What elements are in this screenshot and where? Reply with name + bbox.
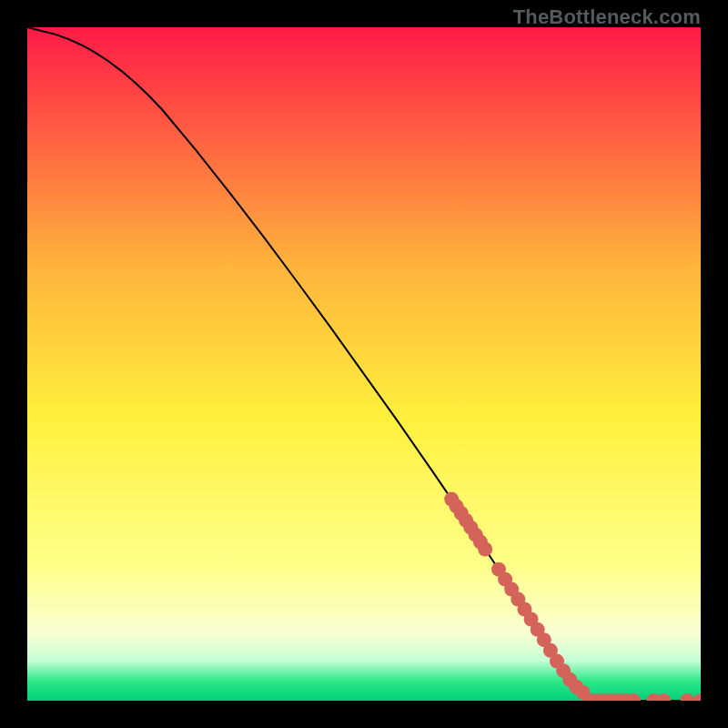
- data-dot: [478, 542, 492, 557]
- watermark-text: TheBottleneck.com: [513, 5, 701, 29]
- gradient-background: [27, 27, 701, 701]
- plot-svg: [27, 27, 701, 701]
- chart-stage: TheBottleneck.com: [0, 0, 728, 728]
- plot-area: [27, 27, 701, 701]
